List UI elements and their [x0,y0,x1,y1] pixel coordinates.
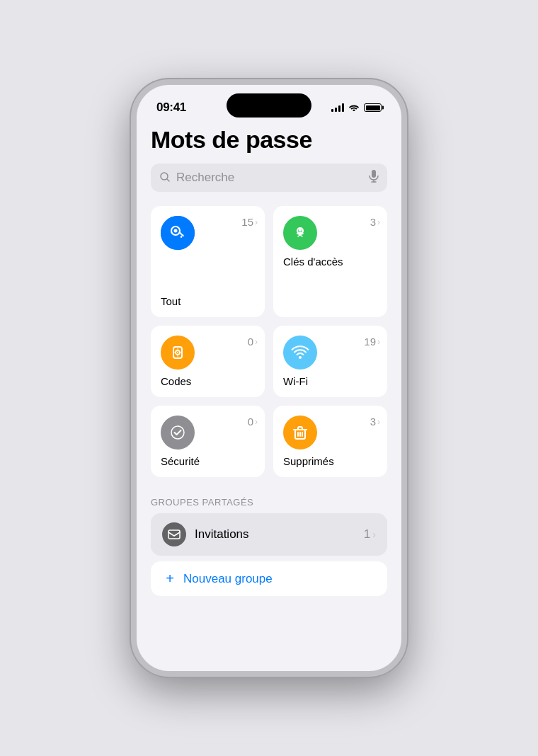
card-codes-count: 0 › [248,336,258,348]
svg-rect-8 [181,236,182,238]
invitations-container: Invitations 1 › [151,513,387,556]
signal-bars-icon [331,103,344,112]
card-wifi-label: Wi-Fi [283,375,377,387]
status-time: 09:41 [156,101,186,115]
status-bar: 09:41 [137,85,401,120]
svg-rect-9 [183,235,184,237]
battery-body [364,103,382,112]
card-wifi[interactable]: 19 › Wi-Fi [273,326,387,397]
chevron-icon: › [255,337,258,347]
wifi-icon-circle [283,336,317,370]
chevron-icon: › [255,417,258,427]
phone-frame: 09:41 [131,79,407,677]
svg-point-6 [174,229,178,233]
chevron-icon: › [377,417,380,427]
card-supprimes[interactable]: 3 › Supprimés [273,406,387,477]
svg-rect-21 [168,530,180,539]
search-bar[interactable]: Recherche [151,164,387,192]
main-content: Mots de passe Recherche [137,120,401,671]
battery-fill [366,105,380,110]
chevron-icon: › [372,529,376,540]
card-supprimes-count: 3 › [370,416,380,428]
microphone-icon[interactable] [369,170,379,185]
card-cles-count: 3 › [370,216,380,228]
search-placeholder: Recherche [176,171,363,185]
wifi-status-icon [348,103,360,113]
signal-bar-3 [338,105,340,112]
search-icon [159,171,171,185]
svg-point-11 [299,229,302,231]
new-group-label: Nouveau groupe [183,572,273,586]
svg-point-14 [177,352,178,353]
tout-icon-circle [161,216,195,250]
chevron-icon: › [255,217,258,227]
signal-bar-4 [342,103,344,112]
svg-point-15 [299,356,302,359]
card-securite-count: 0 › [248,416,258,428]
card-supprimes-label: Supprimés [283,455,377,467]
signal-bar-2 [335,108,337,112]
card-tout-count: 15 › [241,216,258,228]
card-wifi-count: 19 › [364,336,380,348]
shared-groups-section: GROUPES PARTAGÉS Invitations 1 › [151,497,387,596]
signal-bar-1 [331,109,333,112]
securite-icon-circle [161,416,195,449]
screen: 09:41 [137,85,401,671]
plus-icon: + [162,571,178,587]
invitations-count: 1 › [364,527,376,542]
status-icons [331,103,382,113]
supprimes-icon-circle [283,416,317,449]
svg-rect-1 [372,170,376,178]
chevron-icon: › [377,337,380,347]
page-title: Mots de passe [151,126,387,154]
invitations-label: Invitations [195,527,355,542]
svg-point-16 [171,426,184,439]
card-tout[interactable]: 15 › [151,206,265,317]
card-tout-icon-spacer [161,256,255,290]
card-codes[interactable]: 0 › Codes [151,326,265,397]
codes-icon-circle [161,336,195,370]
card-securite-label: Sécurité [161,455,255,467]
cards-grid: 15 › [151,206,387,477]
invitations-icon [162,522,186,546]
shared-groups-label: GROUPES PARTAGÉS [151,497,387,508]
battery-icon [364,103,382,112]
card-securite[interactable]: 0 › Sécurité [151,406,265,477]
chevron-icon: › [377,217,380,227]
invitations-item[interactable]: Invitations 1 › [151,513,387,556]
cles-icon-circle [283,216,317,250]
new-group-button[interactable]: + Nouveau groupe [151,561,387,596]
card-tout-label: Tout [161,295,255,307]
card-codes-label: Codes [161,375,255,387]
card-cles-label: Clés d'accès [283,256,377,268]
card-cles[interactable]: 3 › Clés d'accès [273,206,387,317]
dynamic-island [227,93,311,118]
